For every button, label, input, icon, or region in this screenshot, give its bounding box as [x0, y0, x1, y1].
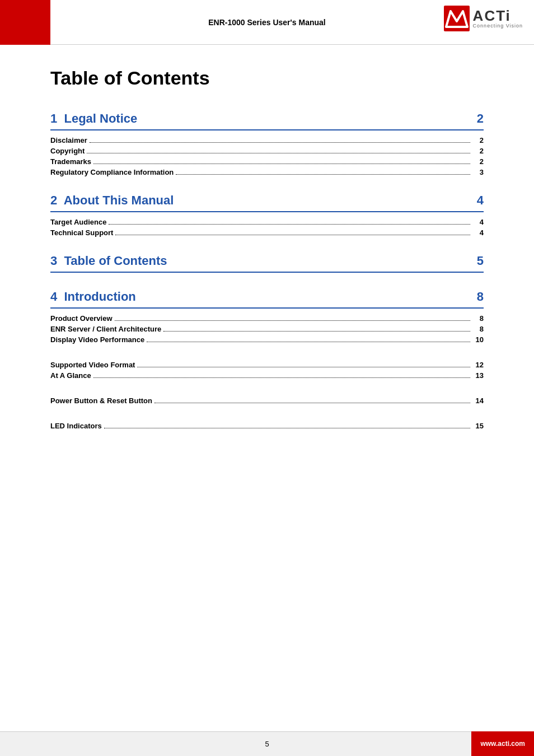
entry-page: 14: [472, 396, 484, 405]
toc-entry: Copyright 2: [50, 147, 484, 155]
entry-dots: [163, 331, 470, 332]
toc-section-4-continued-c: LED Indicators 15: [50, 422, 484, 430]
section-2-page: 4: [477, 193, 484, 208]
toc-entry: Trademarks 2: [50, 157, 484, 166]
section-1-title: 1 Legal Notice: [50, 111, 137, 126]
toc-section-4-continued-a: Supported Video Format 12 At A Glance 13: [50, 361, 484, 380]
entry-label: Power Button & Reset Button: [50, 396, 152, 405]
section-1-divider: [50, 129, 484, 130]
section-3-divider: [50, 272, 484, 273]
main-content: Table of Contents 1 Legal Notice 2 Discl…: [0, 45, 534, 469]
entry-label: ENR Server / Client Architecture: [50, 325, 161, 333]
entry-dots: [115, 320, 470, 321]
entry-label: LED Indicators: [50, 422, 102, 430]
header-title: ENR-1000 Series User's Manual: [208, 18, 326, 27]
acti-logo-icon: [444, 6, 470, 31]
section-1-page: 2: [477, 111, 484, 126]
entry-page: 3: [472, 168, 484, 176]
acti-logo-text: ACTi Connecting Vision: [473, 8, 523, 29]
entry-dots: [147, 342, 470, 342]
brand-tagline: Connecting Vision: [473, 23, 523, 29]
toc-entry: Product Overview 8: [50, 314, 484, 323]
entry-label: Target Audience: [50, 218, 106, 226]
logo-area: ACTi Connecting Vision: [444, 6, 523, 31]
entry-label: Supported Video Format: [50, 361, 135, 369]
entry-page: 2: [472, 157, 484, 166]
section-4-title: 4 Introduction: [50, 290, 136, 304]
section-1-header: 1 Legal Notice 2: [50, 111, 484, 126]
toc-entry: Technical Support 4: [50, 228, 484, 237]
toc-entry: Display Video Performance 10: [50, 335, 484, 344]
entry-page: 10: [472, 335, 484, 344]
entry-label: Disclaimer: [50, 136, 87, 144]
toc-entry: At A Glance 13: [50, 371, 484, 380]
toc-section-1: 1 Legal Notice 2 Disclaimer 2 Copyright …: [50, 111, 484, 176]
entry-dots: [109, 224, 470, 225]
entry-dots: [115, 235, 470, 235]
header-red-bar: [0, 0, 50, 45]
toc-section-4-continued-b: Power Button & Reset Button 14: [50, 396, 484, 405]
toc-entry: Target Audience 4: [50, 218, 484, 226]
section-4-page: 8: [477, 290, 484, 304]
section-4-divider: [50, 307, 484, 309]
entry-label: Technical Support: [50, 228, 113, 237]
section-3-header: 3 Table of Contents 5: [50, 254, 484, 268]
entry-label: Product Overview: [50, 314, 113, 323]
section-2-divider: [50, 211, 484, 212]
toc-section-4: 4 Introduction 8 Product Overview 8 ENR …: [50, 290, 484, 344]
entry-dots: [104, 428, 470, 428]
section-3-title: 3 Table of Contents: [50, 254, 167, 268]
entry-dots: [176, 174, 470, 175]
page-footer: 5 www.acti.com: [0, 731, 534, 756]
entry-label: Display Video Performance: [50, 335, 144, 344]
toc-entry: ENR Server / Client Architecture 8: [50, 325, 484, 333]
toc-entry: Supported Video Format 12: [50, 361, 484, 369]
brand-name: ACTi: [473, 8, 511, 23]
footer-page-number: 5: [265, 740, 269, 748]
entry-label: Copyright: [50, 147, 85, 155]
entry-page: 8: [472, 325, 484, 333]
entry-page: 13: [472, 371, 484, 380]
entry-page: 8: [472, 314, 484, 323]
toc-entry: LED Indicators 15: [50, 422, 484, 430]
toc-entry: Disclaimer 2: [50, 136, 484, 144]
entry-dots: [93, 164, 470, 164]
entry-page: 2: [472, 147, 484, 155]
toc-entry: Regulatory Compliance Information 3: [50, 168, 484, 176]
entry-label: Regulatory Compliance Information: [50, 168, 174, 176]
entry-dots: [87, 153, 470, 153]
entry-dots: [137, 367, 470, 367]
entry-page: 12: [472, 361, 484, 369]
section-4-header: 4 Introduction 8: [50, 290, 484, 304]
entry-page: 4: [472, 218, 484, 226]
page-title: Table of Contents: [50, 67, 484, 89]
section-2-title: 2 About This Manual: [50, 193, 174, 208]
entry-page: 2: [472, 136, 484, 144]
section-3-page: 5: [477, 254, 484, 268]
entry-dots: [154, 403, 470, 403]
entry-dots: [93, 377, 470, 378]
entry-label: At A Glance: [50, 371, 91, 380]
toc-section-2: 2 About This Manual 4 Target Audience 4 …: [50, 193, 484, 237]
entry-dots: [90, 142, 470, 143]
page-header: ENR-1000 Series User's Manual ACTi Conne…: [0, 0, 534, 45]
toc-entry: Power Button & Reset Button 14: [50, 396, 484, 405]
entry-page: 15: [472, 422, 484, 430]
footer-url: www.acti.com: [471, 731, 534, 756]
toc-section-3: 3 Table of Contents 5: [50, 254, 484, 273]
section-2-header: 2 About This Manual 4: [50, 193, 484, 208]
entry-page: 4: [472, 228, 484, 237]
entry-label: Trademarks: [50, 157, 91, 166]
